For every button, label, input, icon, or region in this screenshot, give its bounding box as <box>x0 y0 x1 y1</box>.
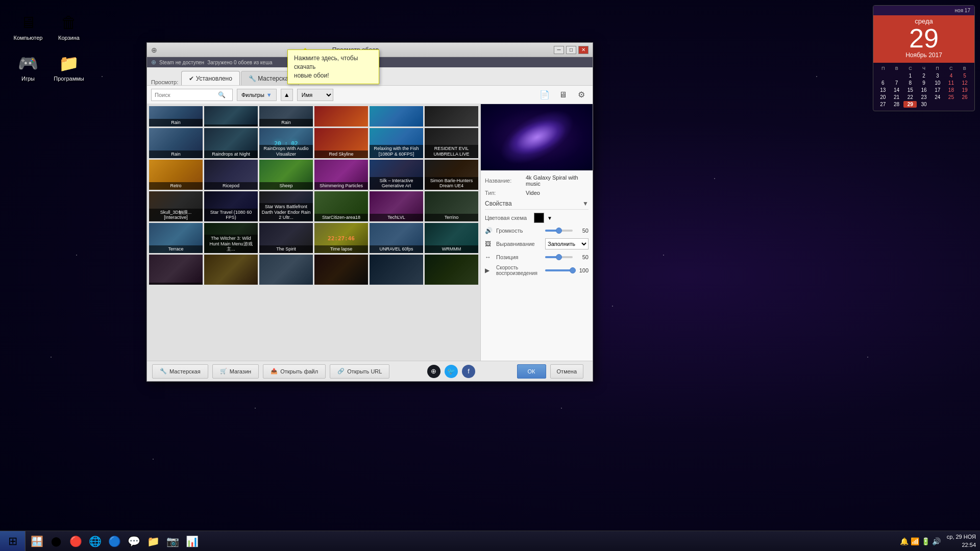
wallpaper-item[interactable]: WRMMM <box>425 223 478 253</box>
workshop-button[interactable]: 🔧 Мастерская <box>152 364 208 379</box>
desktop-icon-programs[interactable]: 📁 Программы <box>51 51 87 84</box>
wallpaper-item[interactable] <box>259 255 313 285</box>
wallpaper-item[interactable]: Skull_3D触摸... [Interactive] <box>149 191 203 221</box>
wallpaper-item[interactable]: Star Travel (1080 60 FPS) <box>204 191 258 221</box>
wallpaper-item[interactable]: The Spirit <box>259 223 313 253</box>
wallpaper-item[interactable]: Retro <box>149 160 203 190</box>
open-url-button[interactable]: 🔗 Открыть URL <box>330 364 389 379</box>
wallpaper-item[interactable]: UNRAVEL 60fps <box>370 223 423 253</box>
wallpaper-item[interactable] <box>149 255 203 285</box>
taskbar-apps: 🪟 ⬤ 🔴 🌐 🔵 💬 📁 📷 📊 <box>26 531 898 551</box>
properties-collapse-button[interactable]: ▼ <box>582 200 589 207</box>
file-view-button[interactable]: 📄 <box>537 88 552 102</box>
sort-ascending-button[interactable]: ▲ <box>281 89 293 101</box>
wallpaper-item[interactable]: The Witcher 3: Wild Hunt Main Menu游戏主... <box>204 223 258 253</box>
wallpaper-item[interactable]: Terrino <box>425 191 478 221</box>
wallpaper-item[interactable]: Rain <box>149 128 203 158</box>
ok-button[interactable]: ОК <box>517 364 546 379</box>
wallpaper-item[interactable]: Red Skyline <box>314 128 368 158</box>
wallpaper-item[interactable]: Simon Barle-Hunters Dream UE4 <box>425 160 478 190</box>
wallpaper-item[interactable]: StarCitizen-area18 <box>314 191 368 221</box>
volume-slider-thumb[interactable] <box>556 228 562 234</box>
tab-installed[interactable]: ✔ Установлено <box>181 71 240 85</box>
wallpaper-item[interactable] <box>204 106 258 127</box>
wallpaper-item[interactable]: RESIDENT EVIL UMBRELLA LIVE <box>425 128 478 158</box>
taskbar-app-app6[interactable]: 📊 <box>183 533 201 550</box>
speed-slider-thumb[interactable] <box>570 267 576 273</box>
wallpaper-item[interactable] <box>204 255 258 285</box>
tray-icon-volume[interactable]: 🔊 <box>932 537 941 545</box>
wallpaper-item[interactable] <box>425 255 478 285</box>
facebook-social-button[interactable]: f <box>462 365 475 378</box>
shop-btn-label: Магазин <box>230 368 251 374</box>
position-slider[interactable] <box>545 256 573 258</box>
type-label: Тип: <box>485 190 526 196</box>
games-label: Игры <box>21 76 35 82</box>
wallpaper-item[interactable]: 22:27:46 Time lapse <box>314 223 368 253</box>
taskbar-app-windows[interactable]: 🪟 <box>28 533 46 550</box>
twitter-social-button[interactable]: 🐦 <box>445 365 458 378</box>
speed-slider[interactable] <box>545 269 573 271</box>
steam-unavailable-icon: ⊕ <box>151 59 156 66</box>
wallpaper-item[interactable]: Star Wars Battlefront Darth Vader Endor … <box>259 191 313 221</box>
wallpaper-item[interactable]: TechLVL <box>370 191 423 221</box>
volume-slider[interactable] <box>545 230 573 232</box>
color-swatch[interactable] <box>534 213 544 223</box>
sort-select[interactable]: Имя Дата Рейтинг <box>297 89 333 101</box>
alignment-select[interactable]: Заполнить По центру Растянуть <box>545 238 589 249</box>
tray-icon-2[interactable]: 📶 <box>911 537 919 545</box>
wallpaper-item[interactable] <box>425 106 478 127</box>
wallpaper-item[interactable]: Ricepod <box>204 160 258 190</box>
desktop-icon-computer[interactable]: 🖥 Компьютер <box>10 10 46 43</box>
wallpaper-item[interactable]: Shimmering Particles <box>314 160 368 190</box>
wallpaper-item[interactable] <box>314 255 368 285</box>
steam-social-button[interactable]: ⊕ <box>427 365 440 378</box>
wallpaper-item[interactable]: Sheep <box>259 160 313 190</box>
taskbar-app-app2[interactable]: 🌐 <box>86 533 104 550</box>
wallpaper-item[interactable] <box>370 106 423 127</box>
dialog-buttons: ОК Отмена <box>513 364 587 379</box>
properties-header: Свойства ▼ <box>485 200 589 210</box>
tooltip-popup[interactable]: Нажмите здесь, чтобы скачать новые обои! <box>287 49 379 84</box>
start-button[interactable]: ⊞ <box>0 531 26 552</box>
position-slider-thumb[interactable] <box>556 254 562 260</box>
desktop-icon-games[interactable]: 🎮 Игры <box>10 51 46 84</box>
search-input[interactable] <box>155 92 216 98</box>
tray-icon-1[interactable]: 🔔 <box>900 537 909 545</box>
wallpaper-item[interactable]: Silk – Interactive Generative Art <box>370 160 423 190</box>
color-dropdown-icon[interactable]: ▼ <box>547 215 552 221</box>
computer-label: Компьютер <box>14 35 43 41</box>
open-file-button[interactable]: 📤 Открыть файл <box>263 364 326 379</box>
wallpaper-item[interactable]: Relaxing with the Fish [1080P & 60FPS] <box>370 128 423 158</box>
desktop-icon-trash[interactable]: 🗑 Корзина <box>51 10 87 43</box>
minimize-button[interactable]: ─ <box>554 46 564 54</box>
taskbar-app-app3[interactable]: 🔵 <box>105 533 124 550</box>
wallpaper-item[interactable]: Terrace <box>149 223 203 253</box>
taskbar-app-files[interactable]: 📁 <box>144 533 162 550</box>
timelapse-clock: 22:27:46 <box>328 235 355 241</box>
taskbar-app-app1[interactable]: 🔴 <box>66 533 85 550</box>
wallpaper-item[interactable]: Rain <box>259 106 313 127</box>
taskbar-app-chrome[interactable]: ⬤ <box>47 533 65 550</box>
filter-icon: ▼ <box>266 92 272 98</box>
taskbar-app-app5[interactable]: 📷 <box>163 533 182 550</box>
wallpaper-item[interactable]: Rain <box>149 106 203 127</box>
taskbar-app-app4[interactable]: 💬 <box>125 533 143 550</box>
wallpaper-item[interactable]: 20 : 02 RainDrops With Audio Visualizer <box>259 128 313 158</box>
shop-button[interactable]: 🛒 Магазин <box>212 364 259 379</box>
taskbar-clock[interactable]: ср, 29 НОЯ 22:54 <box>943 533 980 549</box>
wallpaper-grid-area[interactable]: Rain Rain Rain <box>147 104 480 361</box>
wallpaper-item[interactable] <box>370 255 423 285</box>
maximize-button[interactable]: □ <box>566 46 576 54</box>
monitor-view-button[interactable]: 🖥 <box>556 88 570 102</box>
wallpaper-item[interactable]: Raindrops at Night <box>204 128 258 158</box>
properties-title: Свойства <box>485 200 512 207</box>
tray-icon-3[interactable]: 🔋 <box>921 537 930 545</box>
window-controls: ─ □ ✕ <box>554 46 589 54</box>
settings-button[interactable]: ⚙ <box>574 88 589 102</box>
cancel-button[interactable]: Отмена <box>550 364 583 379</box>
content-area: Rain Rain Rain <box>147 104 593 361</box>
close-button[interactable]: ✕ <box>578 46 589 54</box>
filter-button[interactable]: Фильтры ▼ <box>237 89 277 101</box>
wallpaper-item[interactable] <box>314 106 368 127</box>
